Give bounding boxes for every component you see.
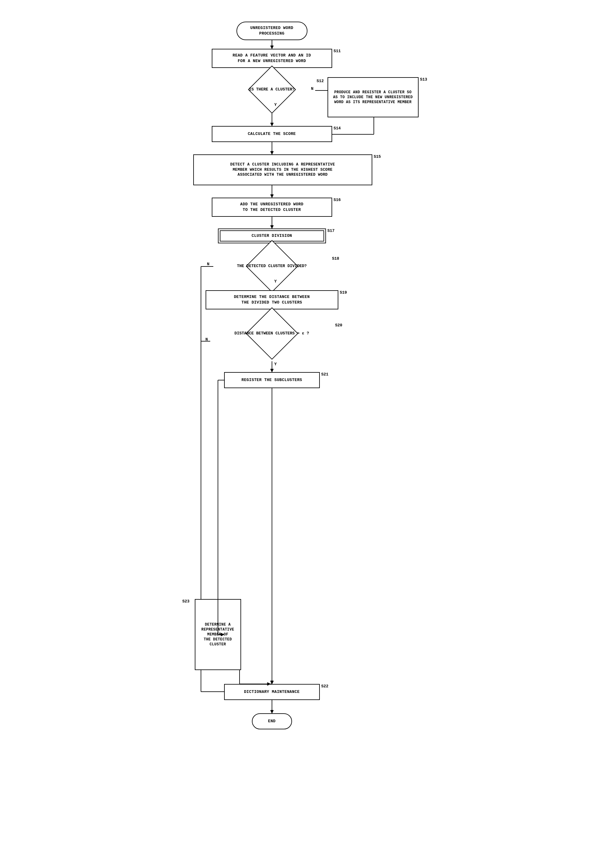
s12-node: IS THERE A CLUSTER?: [229, 77, 315, 102]
s11-label: S11: [334, 49, 341, 53]
svg-marker-14: [270, 195, 273, 198]
s15-node: DETECT A CLUSTER INCLUDING A REPRESENTAT…: [193, 154, 372, 185]
s19-label: S19: [340, 290, 347, 295]
s18-node: THE DETECTED CLUSTER DIVIDED?: [213, 253, 330, 279]
svg-marker-37: [270, 681, 273, 684]
end-node: END: [252, 713, 292, 729]
s19-node: DETERMINE THE DISTANCE BETWEEN THE DIVID…: [206, 290, 338, 309]
s18-label: S18: [332, 256, 339, 261]
s12-y-label: Y: [274, 102, 277, 107]
s14-node: CALCULATE THE SCORE: [212, 126, 332, 142]
s23-label: S23: [183, 599, 190, 604]
s11-node: READ A FEATURE VECTOR AND AN ID FOR A NE…: [212, 49, 332, 68]
s16-node: ADD THE UNREGISTERED WORD TO THE DETECTE…: [212, 198, 332, 217]
svg-marker-12: [270, 151, 273, 154]
s20-node: DISTANCE BETWEEN CLUSTERS > ε ?: [210, 320, 334, 347]
s22-label: S22: [322, 684, 329, 689]
svg-marker-16: [270, 226, 273, 229]
s12-label: S12: [317, 79, 324, 83]
svg-marker-32: [270, 681, 273, 684]
s22-node: DICTIONARY MAINTENANCE: [224, 684, 320, 700]
s23-node: DETERMINE A REPRESENTATIVE MEMBER OF THE…: [195, 599, 241, 670]
svg-marker-36: [270, 710, 273, 713]
flowchart: UNREGISTERED WORD PROCESSING READ A FEAT…: [176, 12, 417, 846]
s17-label: S17: [327, 229, 335, 233]
svg-marker-30: [270, 369, 273, 372]
s21-node: REGISTER THE SUBCLUSTERS: [224, 372, 320, 388]
svg-marker-1: [270, 46, 273, 49]
s15-label: S15: [374, 154, 381, 159]
s12-n-label: N: [311, 86, 314, 91]
s20-label: S20: [335, 323, 342, 328]
s20-y-label: Y: [274, 362, 277, 366]
s18-n-label: N: [207, 262, 209, 266]
s13-node: PRODUCE AND REGISTER A CLUSTER SO AS TO …: [327, 77, 419, 117]
s14-label: S14: [334, 126, 341, 131]
s18-y-label: Y: [274, 279, 277, 284]
s20-n-label: N: [206, 337, 208, 342]
s16-label: S16: [334, 198, 341, 202]
start-node: UNREGISTERED WORD PROCESSING: [236, 22, 307, 40]
s21-label: S21: [322, 372, 329, 377]
svg-marker-5: [270, 123, 273, 126]
s13-label: S13: [420, 77, 427, 82]
